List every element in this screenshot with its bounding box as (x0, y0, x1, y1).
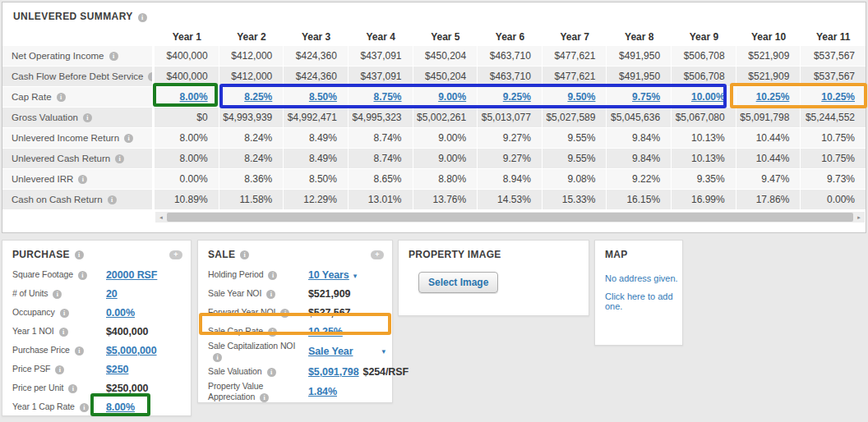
row-label-text: Cap Rate (12, 92, 52, 102)
cap-rate-link[interactable]: 9.50% (567, 91, 595, 103)
info-icon[interactable]: i (75, 250, 84, 259)
purchase-field-row: Purchase Pricei$5,000,000 (2, 341, 191, 360)
info-icon[interactable]: i (78, 175, 87, 184)
field-label-text: Sale Valuation (208, 366, 262, 376)
info-icon[interactable]: i (83, 113, 92, 122)
summary-cell: 9.55% (542, 149, 607, 169)
summary-cell: 9.27% (478, 128, 542, 149)
dropdown-value-link[interactable]: 10 Years (308, 269, 349, 281)
info-icon[interactable]: i (108, 195, 117, 204)
info-icon[interactable]: i (109, 52, 118, 61)
summary-cell: 8.24% (219, 128, 284, 149)
summary-cell: 0.00% (801, 190, 866, 210)
info-icon[interactable]: i (68, 384, 77, 393)
map-add-address-link[interactable]: Click here to add one. (595, 291, 682, 311)
field-label-text: Forward Year NOI (208, 307, 275, 317)
info-icon[interactable]: i (268, 271, 277, 280)
info-icon[interactable]: i (280, 309, 289, 318)
field-value-link[interactable]: 8.00% (106, 401, 135, 413)
field-value-link[interactable]: 10.25% (308, 326, 343, 337)
info-icon[interactable]: i (260, 393, 269, 402)
select-image-button[interactable]: Select Image (418, 272, 498, 293)
scrollbar-left-arrow-icon[interactable]: ◄ (155, 212, 167, 222)
field-value-link[interactable]: 1.84% (308, 386, 337, 397)
cap-rate-link[interactable]: 8.75% (374, 91, 402, 103)
info-icon[interactable]: i (115, 154, 124, 163)
info-icon[interactable]: i (266, 290, 275, 299)
panel-title-text: UNLEVERED SUMMARY (13, 11, 133, 22)
field-label: Occupancyi (12, 307, 106, 318)
field-dropdown[interactable]: 10 Years▾ (308, 269, 357, 281)
column-header: Year 2 (219, 31, 284, 43)
info-icon[interactable]: i (148, 72, 155, 81)
info-icon[interactable]: i (138, 13, 147, 22)
field-value-link[interactable]: 20 (106, 288, 118, 300)
purchase-card-header: PURCHASEi + (2, 241, 191, 265)
sale-field-row: Sale Cap Ratei10.25% (198, 322, 392, 341)
field-label: Forward Year NOIi (208, 307, 308, 318)
field-value-link[interactable]: $5,000,000 (106, 345, 157, 356)
column-header: Year 11 (801, 31, 866, 43)
field-label-text: # of Units (12, 288, 48, 298)
field-value-link[interactable]: $250 (106, 364, 128, 375)
info-icon[interactable]: i (53, 290, 62, 299)
info-icon[interactable]: i (124, 134, 133, 143)
info-icon[interactable]: i (267, 368, 276, 377)
field-value: 8.00% (106, 401, 135, 413)
field-value-link[interactable]: 20000 RSF (106, 269, 157, 281)
field-label-text: Sale Year NOI (208, 288, 261, 298)
info-icon[interactable]: i (268, 328, 277, 337)
cap-rate-link[interactable]: 10.00% (691, 91, 725, 103)
info-icon[interactable]: i (55, 365, 64, 374)
info-icon[interactable]: i (80, 403, 89, 412)
column-header: Year 6 (478, 31, 542, 43)
property-image-card: PROPERTY IMAGE Select Image (398, 240, 589, 316)
summary-cell: 8.94% (478, 169, 542, 190)
row-label-text: Gross Valuation (12, 112, 78, 122)
summary-cell: $437,091 (349, 46, 413, 67)
summary-cell: 9.73% (801, 169, 866, 190)
cap-rate-link[interactable]: 10.25% (821, 91, 855, 103)
cap-rate-link[interactable]: 10.25% (756, 91, 790, 103)
sale-field-row: Sale Year NOIi$521,909 (198, 284, 392, 303)
field-value: $400,000 (106, 326, 148, 337)
expand-icon[interactable]: + (169, 250, 182, 259)
cap-rate-link[interactable]: 9.25% (503, 91, 531, 103)
map-no-address-text: No address given. (595, 273, 682, 283)
info-icon[interactable]: i (213, 353, 222, 362)
cap-rate-link[interactable]: 8.50% (309, 91, 337, 103)
field-value-link[interactable]: $5,091,798 (308, 366, 359, 378)
summary-cell: 0.00% (155, 169, 219, 190)
info-icon[interactable]: i (57, 93, 66, 102)
cap-rate-link[interactable]: 9.00% (438, 91, 466, 103)
summary-cell: $491,950 (607, 46, 672, 67)
expand-icon[interactable]: + (371, 250, 384, 259)
field-value-link[interactable]: 0.00% (106, 307, 135, 319)
cap-rate-link[interactable]: 9.75% (632, 91, 660, 103)
cap-rate-link[interactable]: 8.25% (244, 91, 272, 103)
info-icon[interactable]: i (59, 328, 68, 337)
summary-cell: 17.86% (736, 190, 801, 210)
field-label: Sale Capitalization NOIi (208, 341, 308, 362)
map-card: MAP No address given. Click here to add … (594, 240, 683, 346)
cap-rate-link[interactable]: 8.00% (180, 91, 208, 103)
info-icon[interactable]: i (60, 309, 69, 318)
info-icon[interactable]: i (75, 346, 84, 355)
summary-row: Cash on Cash Returni10.89%11.58%12.29%13… (2, 190, 866, 210)
field-value: 1.84% (308, 386, 337, 397)
summary-cell: $463,710 (478, 67, 542, 87)
field-label: Square Footagei (12, 269, 106, 280)
scrollbar-thumb[interactable] (167, 213, 853, 222)
info-icon[interactable]: i (240, 250, 249, 259)
field-value: $5,091,798$254/RSF (308, 366, 409, 378)
info-icon[interactable]: i (78, 271, 87, 280)
column-header: Year 4 (349, 31, 413, 43)
scrollbar-right-arrow-icon[interactable]: ► (853, 212, 865, 222)
dropdown-value-link[interactable]: Sale Year (308, 346, 353, 357)
field-value: $5,000,000 (106, 345, 157, 356)
field-dropdown[interactable]: Sale Year▾ (308, 346, 386, 357)
summary-cell: $537,567 (801, 67, 866, 87)
summary-cell: 9.00% (413, 87, 478, 108)
summary-cell: 12.29% (284, 190, 349, 210)
horizontal-scrollbar[interactable]: ◄ ► (155, 212, 865, 222)
